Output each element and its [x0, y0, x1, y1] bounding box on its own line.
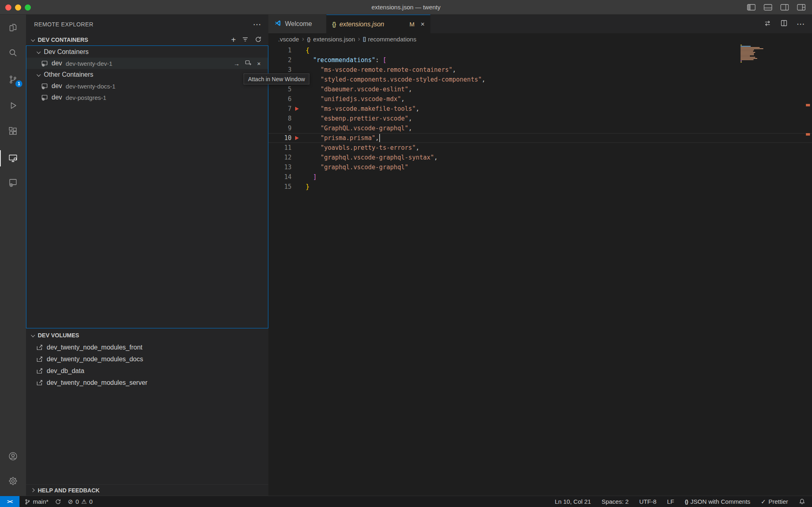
customize-layout-icon[interactable]: [797, 4, 806, 11]
code-editor[interactable]: 1{2 "recommendations": [3 "ms-vscode-rem…: [268, 45, 812, 496]
close-window-button[interactable]: [5, 4, 11, 11]
editor-more-actions-icon[interactable]: ⋯: [797, 19, 805, 29]
remote-indicator[interactable]: ><: [0, 496, 19, 507]
code-line-8[interactable]: 8 "esbenp.prettier-vscode",: [268, 114, 812, 123]
attach-to-container-icon[interactable]: →: [233, 60, 240, 67]
sidebar-more-actions-icon[interactable]: ⋯: [253, 19, 268, 29]
refresh-icon[interactable]: [255, 36, 262, 44]
tree-group-other-containers[interactable]: Other Containers: [26, 69, 268, 80]
volume-icon: [36, 356, 43, 363]
formatter-item[interactable]: ✓ Prettier: [761, 498, 788, 505]
encoding-item[interactable]: UTF-8: [639, 498, 657, 505]
new-dev-container-button[interactable]: +: [231, 37, 236, 43]
code-line-3[interactable]: 3 "ms-vscode-remote.remote-containers",: [268, 65, 812, 75]
section-dev-containers[interactable]: DEV CONTAINERS +: [26, 34, 268, 45]
chevron-down-icon: [37, 50, 41, 54]
tree-row-container-dev-twenty-dev-1[interactable]: dev dev-twenty-dev-1 → ×: [26, 58, 268, 69]
remote-explorer-icon[interactable]: [0, 149, 26, 168]
code-line-2[interactable]: 2 "recommendations": [: [268, 55, 812, 65]
minimap-line: [741, 57, 755, 58]
maximize-window-button[interactable]: [25, 4, 31, 11]
minimap-line: [741, 60, 742, 61]
line-number: 10: [268, 133, 292, 143]
filter-icon[interactable]: [242, 36, 249, 44]
code-line-10[interactable]: 10 "prisma.prisma",: [268, 133, 812, 143]
source-control-icon[interactable]: 1: [0, 70, 26, 89]
search-icon[interactable]: [0, 43, 26, 63]
overview-ruler-mark: [806, 104, 810, 106]
window-controls: [5, 0, 31, 15]
line-number: 13: [268, 162, 292, 172]
vscode-window: extensions.json — twenty: [0, 0, 812, 507]
code-line-13[interactable]: 13 "graphql.vscode-graphql": [268, 162, 812, 172]
tab-welcome[interactable]: Welcome: [268, 15, 326, 33]
notifications-bell-icon[interactable]: [799, 498, 806, 505]
minimap-line: [741, 62, 742, 63]
minimap-line: [741, 50, 754, 50]
attach-in-new-window-icon[interactable]: [245, 59, 252, 68]
tree-row-container-dev-twenty-docs-1[interactable]: dev dev-twenty-docs-1: [26, 80, 268, 92]
code-line-4[interactable]: 4 "styled-components.vscode-styled-compo…: [268, 75, 812, 84]
explorer-icon[interactable]: [0, 18, 26, 37]
tab-bar: Welcome {} extensions.json M × ⋯: [268, 15, 812, 33]
minimap-line: [741, 59, 754, 60]
code-text: "esbenp.prettier-vscode",: [306, 114, 412, 123]
accounts-icon[interactable]: [0, 447, 26, 466]
toggle-primary-sidebar-icon[interactable]: [747, 4, 756, 11]
volume-row[interactable]: dev_db_data: [26, 365, 268, 377]
problems-item[interactable]: ⊘ 0 ⚠ 0: [68, 498, 93, 505]
code-line-9[interactable]: 9 "GraphQL.vscode-graphql",: [268, 123, 812, 133]
code-line-12[interactable]: 12 "graphql.vscode-graphql-syntax",: [268, 153, 812, 162]
code-line-14[interactable]: 14 ]: [268, 172, 812, 182]
dev-containers-icon[interactable]: [0, 173, 26, 192]
section-dev-volumes[interactable]: DEV VOLUMES: [26, 330, 268, 341]
code-text: "recommendations": [: [306, 55, 387, 65]
volume-row[interactable]: dev_twenty_node_modules_front: [26, 342, 268, 353]
line-number: 11: [268, 143, 292, 153]
run-debug-icon[interactable]: [0, 96, 26, 115]
close-tab-icon[interactable]: ×: [421, 20, 425, 28]
line-number: 7: [268, 104, 292, 114]
minimap[interactable]: [741, 45, 767, 63]
line-number: 15: [268, 182, 292, 192]
chevron-down-icon: [31, 37, 35, 41]
split-editor-icon[interactable]: [780, 19, 788, 28]
gutter: [292, 123, 306, 133]
language-mode-item[interactable]: {} JSON with Comments: [685, 498, 750, 505]
chevron-right-icon: [31, 488, 35, 492]
gutter: [292, 143, 306, 153]
code-line-11[interactable]: 11 "yoavbls.pretty-ts-errors",: [268, 143, 812, 153]
code-line-5[interactable]: 5 "dbaeumer.vscode-eslint",: [268, 84, 812, 94]
volume-row[interactable]: dev_twenty_node_modules_docs: [26, 354, 268, 365]
toggle-panel-icon[interactable]: [764, 4, 772, 11]
scm-badge: 1: [15, 80, 22, 87]
minimap-line: [741, 51, 753, 52]
sync-changes-icon[interactable]: [55, 498, 61, 505]
breadcrumb[interactable]: .vscode › {} extensions.json › [ ] recom…: [268, 33, 812, 45]
container-icon: [41, 94, 48, 101]
volume-icon: [36, 379, 43, 386]
settings-gear-icon[interactable]: [0, 471, 26, 491]
tree-group-dev-containers[interactable]: Dev Containers: [26, 46, 268, 58]
volume-icon: [36, 344, 43, 351]
tab-extensions-json[interactable]: {} extensions.json M ×: [326, 15, 430, 33]
code-line-15[interactable]: 15}: [268, 182, 812, 192]
volume-row[interactable]: dev_twenty_node_modules_server: [26, 377, 268, 388]
indentation-item[interactable]: Spaces: 2: [602, 498, 629, 505]
minimap-line: [741, 48, 763, 49]
code-line-6[interactable]: 6 "unifiedjs.vscode-mdx",: [268, 94, 812, 104]
eol-item[interactable]: LF: [667, 498, 674, 505]
section-help-and-feedback[interactable]: HELP AND FEEDBACK: [26, 484, 268, 496]
code-line-1[interactable]: 1{: [268, 45, 812, 55]
toggle-secondary-sidebar-icon[interactable]: [780, 4, 789, 11]
minimap-line: [741, 58, 757, 59]
errors-icon: ⊘: [68, 498, 73, 505]
extensions-icon[interactable]: [0, 121, 26, 141]
code-line-7[interactable]: 7 "ms-vscode.makefile-tools",: [268, 104, 812, 114]
git-branch-item[interactable]: main*: [24, 498, 48, 505]
minimize-window-button[interactable]: [15, 4, 21, 11]
cursor-position-item[interactable]: Ln 10, Col 21: [555, 498, 591, 505]
remove-container-icon[interactable]: ×: [257, 60, 261, 67]
open-changes-icon[interactable]: [764, 19, 771, 29]
tree-row-container-dev-postgres-1[interactable]: dev dev-postgres-1: [26, 92, 268, 103]
